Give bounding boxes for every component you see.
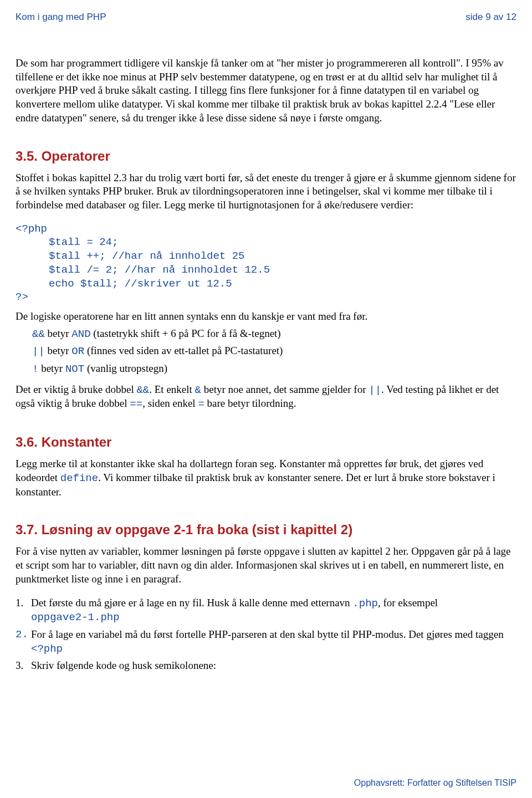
text: betyr (45, 345, 72, 356)
header-right: side 9 av 12 (466, 11, 516, 23)
code-open-tag: <?php (16, 222, 516, 236)
header-left: Kom i gang med PHP (16, 11, 106, 23)
list-body: Det første du må gjøre er å lage en ny f… (31, 596, 516, 625)
and-word: AND (71, 328, 90, 340)
text: betyr noe annet, det samme gjelder for (201, 383, 369, 395)
operatorer-p3: Det er viktig å bruke dobbel &&. Et enke… (16, 383, 516, 411)
inline-code: oppgave2-1.php (31, 611, 120, 623)
list-item: 3. Skriv følgende kode og husk semikolon… (16, 659, 516, 673)
list-body: For å lage en variabel må du først forte… (31, 628, 516, 656)
inline-code: define (60, 472, 98, 484)
losning-p1: For å vise nytten av variabler, kommer l… (16, 545, 516, 586)
inline-code: = (198, 398, 204, 410)
code-line: $tall ++; //har nå innholdet 25 (49, 249, 516, 263)
heading-losning: 3.7. Løsning av oppgave 2-1 fra boka (si… (16, 521, 516, 538)
list-body: Skriv følgende kode og husk semikolonene… (31, 659, 216, 673)
list-number: 1. (16, 596, 31, 625)
inline-code: && (136, 384, 149, 396)
operator-or-row: || betyr OR (finnes ved siden av ett-tal… (32, 344, 516, 359)
heading-konstanter: 3.6. Konstanter (16, 433, 516, 451)
or-word: OR (71, 345, 84, 357)
text: betyr (45, 328, 72, 339)
page-header: Kom i gang med PHP side 9 av 12 (16, 11, 516, 23)
text: bare betyr tilordning. (204, 397, 296, 409)
operatorer-p2: De logiske operatorene har en litt annen… (16, 310, 516, 324)
inline-code: <?php (31, 643, 63, 655)
inline-code: || (369, 384, 381, 396)
list-item: 2. For å lage en variabel må du først fo… (16, 628, 516, 656)
operatorer-p1: Stoffet i bokas kapittel 2.3 har du trol… (16, 171, 516, 212)
inline-code: & (195, 384, 201, 396)
text: . Et enkelt (149, 383, 195, 395)
operator-and-row: && betyr AND (tastetrykk shift + 6 på PC… (32, 327, 516, 341)
inline-code: .php (352, 597, 378, 610)
text: Det første du må gjøre er å lage en ny f… (31, 597, 352, 608)
heading-operatorer: 3.5. Operatorer (16, 147, 516, 165)
list-number: 2. (16, 628, 31, 656)
text: For å lage en variabel må du først forte… (31, 628, 504, 640)
code-line: $tall = 24; (49, 236, 516, 249)
and-symbol: && (32, 328, 45, 340)
text: (finnes ved siden av ett-tallet på PC-ta… (84, 345, 283, 356)
or-symbol: || (32, 345, 45, 357)
code-line: $tall /= 2; //har nå innholdet 12.5 (49, 263, 516, 277)
operator-not-row: ! betyr NOT (vanlig utropstegn) (32, 362, 516, 376)
text: (vanlig utropstegn) (84, 362, 167, 374)
inline-code: == (130, 398, 142, 410)
code-close-tag: ?> (16, 290, 516, 304)
intro-paragraph: De som har programmert tidligere vil kan… (16, 57, 516, 125)
not-symbol: ! (32, 363, 38, 375)
text: , for eksempel (378, 597, 438, 608)
list-number: 3. (16, 659, 31, 673)
code-line: echo $tall; //skriver ut 12.5 (49, 277, 516, 291)
text: . (381, 383, 384, 395)
text: Det er viktig å bruke dobbel (16, 383, 136, 395)
code-block-1: <?php $tall = 24; $tall ++; //har nå inn… (16, 222, 516, 304)
list-item: 1. Det første du må gjøre er å lage en n… (16, 596, 516, 625)
text: , siden enkel (142, 397, 198, 409)
text: betyr (38, 362, 65, 374)
konstanter-p1: Legg merke til at konstanter ikke skal h… (16, 457, 516, 499)
not-word: NOT (65, 363, 84, 375)
text: (tastetrykk shift + 6 på PC for å få &-t… (91, 328, 281, 339)
